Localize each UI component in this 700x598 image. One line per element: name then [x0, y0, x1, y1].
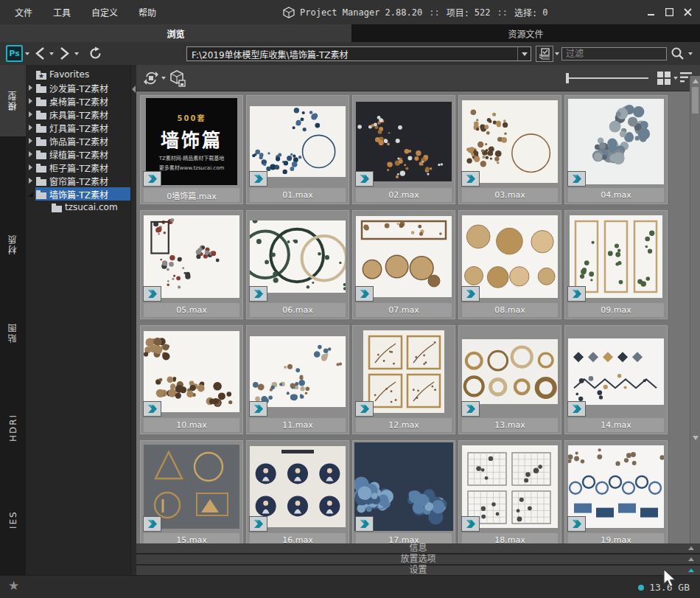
asset-card[interactable]: 14.max — [564, 325, 668, 434]
layers-dropdown-icon[interactable] — [555, 52, 559, 55]
title-bar[interactable]: 文件工具自定义帮助 Project Manager 2.88.20 :: 项目:… — [0, 0, 700, 24]
asset-card[interactable]: 16.max — [246, 440, 349, 543]
expand-arrow-icon[interactable] — [26, 125, 35, 131]
back-dropdown-icon[interactable] — [49, 52, 54, 55]
asset-card[interactable]: 19.max — [564, 440, 668, 543]
menu-item-3[interactable]: 帮助 — [128, 6, 167, 18]
max-file-badge-icon — [567, 171, 586, 187]
expand-arrow-icon[interactable] — [26, 98, 35, 104]
maximize-button[interactable] — [660, 4, 679, 21]
expand-arrow-icon[interactable] — [26, 164, 35, 170]
scrollbar-thumb[interactable] — [692, 87, 699, 114]
asset-card[interactable]: 02.max — [352, 95, 455, 204]
grid-view-icon[interactable] — [657, 71, 671, 86]
search-icon[interactable] — [671, 46, 685, 60]
tree-item-10[interactable]: tzsucai.com — [26, 201, 130, 214]
path-combobox[interactable]: F:\2019单体模型库收集\墙饰篇-TZ素材 — [186, 46, 531, 61]
scroll-down-icon[interactable] — [693, 436, 699, 440]
scroll-up-icon[interactable] — [693, 79, 699, 83]
asset-card[interactable]: 15.max — [140, 440, 243, 543]
expand-arrow-icon[interactable] — [26, 151, 35, 157]
asset-card[interactable]: 10.max — [140, 325, 243, 434]
tree-item-6[interactable]: 绿植篇-TZ素材 — [26, 147, 130, 161]
rollout-expand-icon[interactable] — [688, 557, 694, 561]
asset-card[interactable]: 500套墙饰篇TZ素材网-精品素材下载基地更多素材www.tzsucai.com… — [140, 95, 243, 204]
asset-card[interactable]: 05.max — [140, 210, 243, 319]
merge-file-icon[interactable] — [169, 69, 186, 87]
tree-splitter[interactable] — [130, 65, 136, 575]
asset-filename: 15.max — [144, 533, 239, 543]
rollout-expand-icon[interactable] — [688, 569, 694, 572]
rollout-2[interactable]: 设置 — [136, 566, 700, 575]
asset-card[interactable]: 18.max — [458, 440, 561, 543]
collapse-tree-icon[interactable] — [132, 86, 136, 93]
asset-card[interactable]: 03.max — [458, 95, 561, 204]
category-tab-4[interactable]: IES — [0, 498, 26, 541]
tab-browse[interactable]: 浏览 — [0, 24, 351, 42]
expand-arrow-icon[interactable] — [26, 178, 35, 184]
back-icon[interactable] — [34, 46, 46, 60]
asset-card[interactable]: 01.max — [246, 95, 349, 204]
tree-item-9[interactable]: 墙饰篇-TZ素材 — [26, 187, 130, 201]
asset-card[interactable]: 08.max — [458, 210, 561, 319]
asset-filename: 04.max — [568, 188, 664, 202]
category-tab-0[interactable]: 模型 — [0, 65, 26, 136]
view-dropdown-icon[interactable] — [673, 77, 678, 80]
category-tab-2[interactable]: 贴图 — [0, 310, 26, 355]
category-tab-1[interactable]: 材质 — [0, 221, 26, 267]
refresh-icon[interactable] — [88, 46, 102, 60]
disk-space-indicator: 13.6 GB — [638, 576, 690, 598]
asset-card[interactable]: 06.max — [246, 210, 349, 319]
tree-item-5[interactable]: 饰品篇-TZ素材 — [26, 134, 130, 147]
expand-arrow-icon[interactable] — [26, 111, 35, 117]
layers-check-icon[interactable] — [536, 46, 553, 62]
expand-arrow-icon[interactable] — [26, 192, 35, 197]
rollout-expand-icon[interactable] — [688, 546, 694, 550]
asset-card[interactable]: 04.max — [564, 95, 668, 204]
tree-item-4[interactable]: 灯具篇-TZ素材 — [26, 121, 130, 134]
asset-card[interactable]: 13.max — [458, 325, 561, 434]
asset-card[interactable]: 12.max — [352, 325, 455, 434]
photoshop-button[interactable]: Ps — [6, 45, 23, 62]
vertical-scrollbar[interactable] — [690, 76, 700, 543]
title-separator: :: — [429, 7, 439, 18]
minimize-button[interactable] — [642, 4, 660, 21]
category-tab-3[interactable]: HDRI — [0, 400, 26, 455]
photoshop-dropdown-icon[interactable] — [25, 52, 29, 55]
tab-resource-files[interactable]: 资源文件 — [351, 24, 700, 42]
rollout-1[interactable]: 放置选项 — [136, 554, 700, 564]
filter-input[interactable] — [561, 47, 667, 60]
slider-track[interactable] — [566, 77, 648, 79]
forward-icon[interactable] — [59, 46, 71, 60]
tree-item-label: 绿植篇-TZ素材 — [49, 148, 108, 161]
tree-item-2[interactable]: 桌椅篇-TZ素材 — [26, 94, 130, 108]
expand-arrow-icon[interactable] — [26, 85, 35, 91]
menu-item-1[interactable]: 工具 — [43, 6, 81, 18]
tree-item-favorites[interactable]: ★Favorites — [26, 68, 130, 81]
slider-handle[interactable] — [566, 73, 569, 83]
forward-dropdown-icon[interactable] — [74, 52, 79, 55]
favorites-star-icon[interactable]: ★ — [8, 578, 19, 593]
expand-arrow-icon[interactable] — [26, 138, 35, 144]
asset-grid: 500套墙饰篇TZ素材网-精品素材下载基地更多素材www.tzsucai.com… — [136, 92, 690, 543]
asset-card[interactable]: 17.max — [352, 440, 455, 543]
sync-dropdown-icon[interactable] — [161, 77, 166, 80]
rollout-0[interactable]: 信息 — [136, 543, 700, 553]
asset-card[interactable]: 07.max — [352, 210, 455, 319]
thumbnail-size-slider[interactable] — [566, 74, 648, 82]
tree-item-3[interactable]: 床具篇-TZ素材 — [26, 108, 130, 121]
asset-card[interactable]: 11.max — [246, 325, 349, 434]
asset-filename: 13.max — [462, 418, 558, 432]
menu-item-2[interactable]: 自定义 — [81, 6, 128, 18]
search-dropdown-icon[interactable] — [688, 52, 693, 55]
asset-card[interactable]: 09.max — [564, 210, 668, 319]
rollout-label: 设置 — [409, 566, 427, 575]
tree-item-8[interactable]: 窗帘篇-TZ素材 — [26, 174, 130, 187]
close-button[interactable] — [679, 4, 697, 21]
menu-item-0[interactable]: 文件 — [4, 6, 43, 18]
tree-item-1[interactable]: 沙发篇-TZ素材 — [26, 81, 130, 94]
asset-filename: 14.max — [568, 418, 664, 432]
sync-folder-icon[interactable] — [142, 69, 160, 87]
path-dropdown-icon[interactable] — [517, 47, 531, 60]
tree-item-7[interactable]: 柜子篇-TZ素材 — [26, 161, 130, 174]
